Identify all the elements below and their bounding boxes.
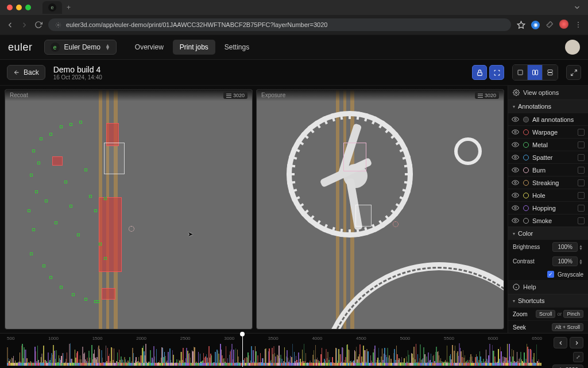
fullscreen-button[interactable] [566, 65, 581, 80]
annotation-settings-button[interactable] [578, 179, 585, 186]
workspace-icon: e [51, 43, 60, 52]
eye-icon[interactable] [512, 128, 520, 136]
workspace-selector[interactable]: e Euler Demo ▲▼ [44, 40, 117, 55]
brightness-stepper[interactable]: ▲▼ [579, 244, 583, 250]
address-bar[interactable]: euler3d.com/app/euler-demo/print/01JAAWC… [48, 18, 511, 31]
info-icon [513, 283, 520, 290]
avatar[interactable] [565, 40, 580, 55]
brightness-value[interactable]: 100% [552, 242, 578, 252]
checkbox-checked-icon[interactable]: ✓ [547, 271, 554, 278]
svg-rect-6 [477, 72, 482, 75]
annotation-row-all[interactable]: All annotations [508, 113, 588, 125]
forward-icon[interactable] [20, 21, 29, 29]
extension-icon[interactable]: ◉ [531, 21, 540, 29]
annotation-row[interactable]: Hole [508, 189, 588, 201]
playhead[interactable] [242, 334, 243, 367]
eye-icon[interactable] [512, 116, 520, 123]
grayscale-row[interactable]: ✓ Grayscale [508, 269, 588, 280]
annotation-row[interactable]: Spatter [508, 151, 588, 163]
page-subtitle: 16 Oct 2024, 14:40 [53, 74, 102, 80]
next-layer-button[interactable] [570, 337, 583, 348]
recoat-layer-badge: 3020 [223, 92, 247, 99]
annotation-settings-button[interactable] [578, 141, 585, 148]
lock-icon [476, 69, 483, 76]
color-toggle[interactable]: ▾Color [508, 227, 588, 240]
current-layer-badge[interactable]: 3020 [552, 365, 583, 368]
timeline-fit-button[interactable]: ⤢ [573, 352, 583, 362]
brightness-label: Brightness [513, 244, 540, 250]
contrast-row: Contrast 100% ▲▼ [508, 254, 588, 269]
eye-icon[interactable] [512, 204, 520, 212]
annotation-settings-button[interactable] [578, 217, 585, 224]
lock-button[interactable] [472, 65, 487, 80]
annotation-row[interactable]: Streaking [508, 176, 588, 189]
maximize-window-icon[interactable] [25, 5, 31, 10]
annotation-label: Warpage [532, 129, 574, 136]
svg-point-22 [514, 207, 516, 209]
eye-icon[interactable] [512, 179, 520, 186]
chevron-down-icon: ▾ [513, 104, 515, 109]
views-container: Recoat 3020 ➤ Exposure 3020 [0, 86, 508, 333]
back-icon[interactable] [6, 21, 14, 29]
nav-print-jobs[interactable]: Print jobs [173, 40, 215, 55]
annotation-label: Burn [532, 167, 574, 174]
annotation-settings-button[interactable] [578, 129, 585, 136]
timeline-graph[interactable] [7, 343, 542, 366]
annotation-settings-button[interactable] [578, 192, 585, 199]
swatch-icon [523, 167, 529, 173]
swatch-icon [523, 155, 529, 160]
menu-icon[interactable] [574, 21, 582, 29]
layout-split-button[interactable] [528, 65, 543, 80]
svg-rect-11 [548, 73, 552, 75]
browser-chrome: e + euler3d.com/app/euler-demo/print/01J… [0, 0, 588, 35]
svg-point-4 [578, 26, 579, 28]
close-window-icon[interactable] [7, 5, 13, 10]
nav-settings[interactable]: Settings [218, 40, 256, 55]
annotation-row[interactable]: Warpage [508, 125, 588, 138]
annotation-row[interactable]: Smoke [508, 214, 588, 227]
eye-icon[interactable] [512, 141, 520, 148]
swatch-icon [523, 218, 529, 224]
annotation-row[interactable]: Hopping [508, 201, 588, 214]
recoat-view[interactable]: Recoat 3020 ➤ [5, 89, 253, 329]
chevron-down-icon: ▾ [513, 231, 515, 236]
help-header: Help [508, 280, 588, 294]
reload-icon[interactable] [34, 21, 42, 29]
annotation-settings-button[interactable] [578, 167, 585, 174]
chevron-down-icon[interactable] [566, 3, 588, 12]
contrast-value[interactable]: 100% [552, 256, 578, 266]
layout-single-button[interactable] [513, 65, 528, 80]
annotation-settings-button[interactable] [578, 205, 585, 212]
new-tab-button[interactable]: + [62, 3, 75, 12]
profile-icon[interactable] [559, 20, 568, 30]
timeline[interactable]: 5001000150020002500300035004000450050005… [0, 333, 588, 368]
eye-icon[interactable] [512, 166, 520, 174]
site-info-icon [55, 22, 61, 28]
svg-point-17 [514, 144, 516, 145]
eye-icon[interactable] [512, 154, 520, 161]
contrast-stepper[interactable]: ▲▼ [579, 259, 583, 264]
browser-tab[interactable]: e [42, 1, 62, 14]
layout-stack-button[interactable] [543, 65, 558, 80]
svg-rect-9 [535, 70, 537, 75]
nav-overview[interactable]: Overview [128, 40, 171, 55]
annotation-row[interactable]: Metal [508, 138, 588, 151]
annotation-row[interactable]: Burn [508, 163, 588, 176]
svg-point-3 [578, 24, 579, 25]
bookmark-icon[interactable] [517, 21, 525, 29]
annotations-toggle[interactable]: ▾Annotations [508, 99, 588, 113]
updown-icon: ▲▼ [105, 44, 110, 50]
svg-point-23 [514, 220, 516, 221]
svg-point-18 [514, 156, 516, 158]
extensions-icon[interactable] [546, 21, 554, 29]
shortcut-zoom: Zoom ScrollorPinch [508, 307, 588, 320]
shortcuts-toggle[interactable]: ▾Shortcuts [508, 294, 588, 307]
back-button[interactable]: Back [7, 65, 45, 80]
minimize-window-icon[interactable] [16, 5, 22, 10]
exposure-view[interactable]: Exposure 3020 [256, 89, 504, 329]
eye-icon[interactable] [512, 191, 520, 199]
eye-icon[interactable] [512, 217, 520, 224]
prev-layer-button[interactable] [554, 337, 567, 348]
annotation-settings-button[interactable] [578, 154, 585, 161]
focus-button[interactable] [489, 65, 504, 80]
